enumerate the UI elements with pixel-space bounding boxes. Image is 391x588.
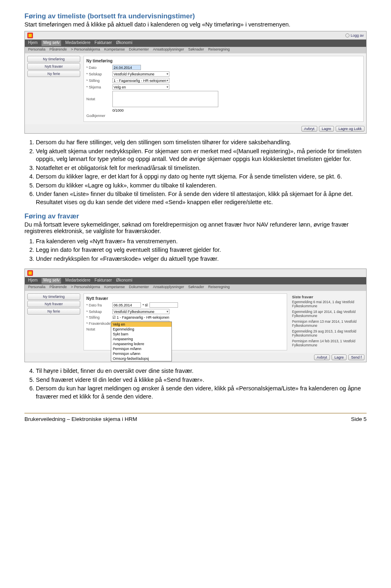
list-item: Under nedrykkspilen for «Fraværskode» ve… — [36, 255, 367, 263]
siste-fravaer-title: Siste fravær — [292, 295, 362, 299]
fravaer-item: Permisjon m/lønn 14 feb 2013, 1 Vestfold… — [292, 339, 362, 347]
subnav-parorende[interactable]: Pårørende — [50, 285, 67, 291]
subnav-personalskjema[interactable]: > Personalskjema — [71, 285, 100, 291]
section1-steps: Dersom du har flere stillinger, velg den… — [24, 139, 367, 207]
sidebar-ny-ferie[interactable]: Ny ferie — [27, 70, 80, 77]
subnav-personalskjema[interactable]: > Personalskjema — [71, 47, 100, 53]
char-counter: 0/1000 — [112, 108, 124, 112]
fravaer-item: Egenmelding 18 apr 2014, 1 dag Vestfold … — [292, 310, 362, 318]
nav-meg-selv[interactable]: Meg selv — [42, 40, 61, 46]
sidebar: Ny timeføring Nytt fravær Ny ferie — [27, 293, 80, 350]
list-item: Fra kalenderen velg «Nytt fravær» fra ve… — [36, 238, 367, 246]
section1-heading: Føring av timeliste (bortsett fra underv… — [24, 12, 367, 20]
subnav-dokumenter[interactable]: Dokumenter — [129, 47, 149, 53]
subnav-ansattopplysninger[interactable]: Ansattopplysninger — [153, 47, 184, 53]
subnav-soknader[interactable]: Søknader — [188, 47, 204, 53]
dropdown-option[interactable]: Velg en — [111, 322, 171, 327]
dropdown-option[interactable]: Omsorg-fødsel/adopsj — [111, 356, 171, 361]
label-stilling: * Stilling — [86, 79, 111, 83]
section1-intro: Start timeføringen med å klikke på aktue… — [24, 21, 367, 28]
form-title: Ny timeføring — [86, 59, 361, 63]
section2-steps-b: Til høyre i bildet, finner du en oversik… — [24, 367, 367, 401]
form-nytt-fravaer: Nytt fravær * Dato fra 06.05.2014 * til … — [83, 293, 287, 350]
nav-meg-selv[interactable]: Meg selv — [42, 278, 61, 284]
nav-okonomi[interactable]: Økonomi — [116, 40, 132, 46]
list-item: Dersom du kun har lagret meldingen og øn… — [36, 385, 367, 401]
select-selskap[interactable]: Vestfold Fylkeskommune — [112, 309, 169, 314]
lagre-button[interactable]: Lagre — [319, 126, 334, 132]
dropdown-option[interactable]: Permisjon u/lønn — [111, 351, 171, 356]
sidebar-ny-ferie[interactable]: Ny ferie — [27, 308, 80, 315]
select-skjema[interactable]: Velg en — [112, 84, 169, 90]
lagre-button[interactable]: Lagre — [332, 355, 347, 360]
input-dato[interactable]: 24.04.2014 — [112, 65, 141, 70]
textarea-notat[interactable] — [112, 91, 218, 107]
dropdown-option[interactable]: Avspasering ledere — [111, 341, 171, 346]
label-skjema: * Skjema — [86, 85, 111, 89]
main-nav: Hjem Meg selv Medarbeidere Fakturaer Øko… — [25, 277, 366, 284]
sidebar-nytt-fravaer[interactable]: Nytt fravær — [27, 63, 80, 70]
siste-fravaer-panel: Siste fravær Egenmelding 6 mai 2014, 1 d… — [290, 293, 364, 350]
input-dato-fra[interactable]: 06.05.2014 — [112, 302, 141, 308]
fravaerskode-dropdown[interactable]: Velg en Egenmelding Sykt barn Avspaserin… — [111, 322, 172, 361]
fravaer-item: Egenmelding 6 mai 2014, 1 dag Vestfold F… — [292, 300, 362, 308]
list-item: Velg aktuelt skjema under nedrykkspilen.… — [36, 148, 367, 163]
nav-hjem[interactable]: Hjem — [28, 40, 37, 46]
send-fravaer-button[interactable]: Send f — [348, 355, 365, 360]
list-item: Til høyre i bildet, finner du en oversik… — [36, 367, 367, 375]
footer-left: Brukerveiledning – Elektroniske skjema i… — [24, 416, 137, 422]
subnav-personalia[interactable]: Personalia — [28, 47, 46, 53]
sidebar-ny-timeforing[interactable]: Ny timeføring — [27, 56, 80, 62]
main-nav: Hjem Meg selv Medarbeidere Fakturaer Øko… — [25, 40, 366, 47]
list-item: Under fanen «Liste» finner du tilbake ti… — [36, 190, 367, 206]
select-selskap[interactable]: Vestfold Fylkeskommune — [112, 71, 169, 77]
list-item: Notatfeltet er et obligatorisk felt for … — [36, 164, 367, 172]
logg-av-label: Logg av — [351, 33, 364, 37]
subnav-reiseregning[interactable]: Reiseregning — [208, 285, 230, 291]
subnav-kompetanse[interactable]: Kompetanse — [104, 47, 125, 53]
fravaer-item: Egenmelding 29 aug 2013, 1 dag Vestfold … — [292, 329, 362, 337]
nav-hjem[interactable]: Hjem — [28, 278, 37, 284]
dropdown-option[interactable]: Avspasering — [111, 337, 171, 341]
label-dato-fra: * Dato fra — [86, 303, 111, 307]
nav-fakturaer[interactable]: Fakturaer — [94, 40, 112, 46]
screenshot-timeforing: Logg av Hjem Meg selv Medarbeidere Faktu… — [24, 31, 367, 134]
sub-nav: Personalia Pårørende > Personalskjema Ko… — [25, 284, 366, 291]
lagre-lukk-button[interactable]: Lagre og Lukk — [336, 126, 365, 132]
subnav-parorende[interactable]: Pårørende — [50, 47, 67, 53]
subnav-soknader[interactable]: Søknader — [188, 285, 204, 291]
nav-fakturaer[interactable]: Fakturaer — [94, 278, 112, 284]
sidebar: Ny timeføring Nytt fravær Ny ferie — [27, 56, 80, 122]
fravaer-item: Permisjon m/lønn 13 mar 2014, 1 Vestfold… — [292, 319, 362, 328]
input-dato-til[interactable] — [149, 302, 178, 308]
subnav-personalia[interactable]: Personalia — [28, 285, 46, 291]
list-item: Dersom du har flere stillinger, velg den… — [36, 139, 367, 147]
checkbox-stilling[interactable]: ☑ 1 - Fagansvarlig - HR-seksjonen — [112, 315, 169, 319]
label-notat: Notat — [86, 327, 111, 331]
screenshot-fravaer: Hjem Meg selv Medarbeidere Fakturaer Øko… — [24, 269, 367, 362]
list-item: Dersom du klikker lagre, er det klart fo… — [36, 173, 367, 181]
gear-icon — [345, 33, 349, 37]
sidebar-nytt-fravaer[interactable]: Nytt fravær — [27, 301, 80, 307]
form-ny-timeforing: Ny timeføring * Dato 24.04.2014 * Selska… — [83, 56, 364, 122]
subnav-ansattopplysninger[interactable]: Ansattopplysninger — [153, 285, 184, 291]
nav-medarbeidere[interactable]: Medarbeidere — [65, 278, 90, 284]
label-selskap: * Selskap — [86, 72, 111, 76]
subnav-dokumenter[interactable]: Dokumenter — [129, 285, 149, 291]
avbryt-button[interactable]: Avbryt — [301, 126, 317, 132]
crest-icon — [27, 270, 33, 276]
avbryt-button[interactable]: Avbryt — [314, 355, 330, 360]
list-item: Dersom du klikker «Lagre og lukk», komme… — [36, 182, 367, 190]
nav-okonomi[interactable]: Økonomi — [116, 278, 132, 284]
sidebar-ny-timeforing[interactable]: Ny timeføring — [27, 293, 80, 300]
dropdown-option[interactable]: Egenmelding — [111, 327, 171, 332]
dropdown-option[interactable]: Sykt barn — [111, 332, 171, 337]
logg-av-link[interactable]: Logg av — [345, 33, 364, 37]
label-stilling: * Stilling — [86, 315, 111, 319]
subnav-kompetanse[interactable]: Kompetanse — [104, 285, 125, 291]
dropdown-option[interactable]: Permisjon m/lønn — [111, 346, 171, 351]
nav-medarbeidere[interactable]: Medarbeidere — [65, 40, 90, 46]
subnav-reiseregning[interactable]: Reiseregning — [208, 47, 230, 53]
list-item: Send fraværet videre til din leder ved å… — [36, 376, 367, 384]
select-stilling[interactable]: 1 - Fagansvarlig - HR-seksjonen — [112, 78, 169, 83]
